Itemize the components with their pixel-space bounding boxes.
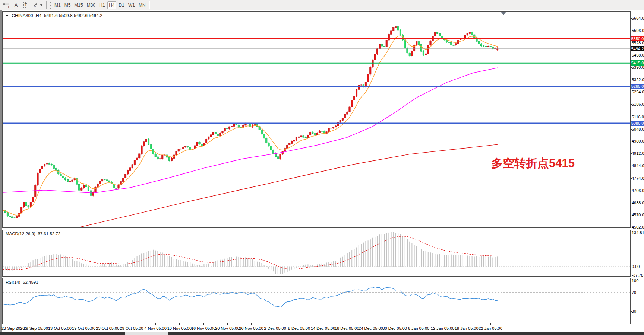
time-tick-mark bbox=[84, 323, 84, 325]
time-tick-mark bbox=[179, 323, 180, 325]
time-tick-label: 24 Dec 05:00 bbox=[359, 326, 383, 331]
rsi-tick-label: 70 bbox=[632, 290, 644, 295]
current-price-badge: 5494.2 bbox=[631, 46, 644, 51]
toolbar-separator bbox=[149, 1, 150, 9]
macd-tick-label: 0.00 bbox=[632, 264, 644, 269]
candlestick-plot[interactable] bbox=[3, 12, 630, 227]
time-tick-mark bbox=[60, 323, 60, 325]
time-tick-label: 19 Oct 05:00 bbox=[72, 326, 95, 331]
price-tick-label: 5186.0 bbox=[632, 102, 644, 107]
time-tick-label: 30 Dec 05:00 bbox=[382, 326, 407, 331]
timeframe-button-h1[interactable]: H1 bbox=[98, 1, 107, 9]
time-tick-label: 10 Nov 05:00 bbox=[167, 326, 192, 331]
price-tick-label: 5596.0 bbox=[632, 28, 644, 33]
price-tick-label: 4844.0 bbox=[632, 163, 644, 168]
hline-price-badge: 5550.0 bbox=[631, 36, 644, 41]
time-tick-label: 8 Dec 05:00 bbox=[288, 326, 310, 331]
macd-plot[interactable] bbox=[3, 230, 630, 276]
time-tick-mark bbox=[36, 323, 36, 325]
timeframe-button-m1[interactable]: M1 bbox=[53, 1, 62, 9]
price-tick-label: 5664.0 bbox=[632, 16, 644, 21]
price-tick-label: 5322.0 bbox=[632, 77, 644, 82]
time-tick-mark bbox=[299, 323, 299, 325]
toolbar: F A T M1M5M15M30H1H4D1W1MN bbox=[0, 0, 644, 10]
boxed-t-icon: T bbox=[23, 2, 28, 8]
time-tick-label: 29 Sep 05:00 bbox=[23, 326, 48, 331]
price-tick-label: 4570.0 bbox=[632, 212, 644, 217]
timeframe-button-w1[interactable]: W1 bbox=[127, 1, 136, 9]
time-tick-mark bbox=[251, 323, 252, 325]
window-frame-line bbox=[1, 10, 2, 335]
time-tick-label: 4 Nov 05:00 bbox=[145, 326, 167, 331]
symbol-period-label: CHINA300-,H4 bbox=[12, 13, 41, 18]
text-box-button[interactable]: T bbox=[21, 1, 30, 9]
time-tick-mark bbox=[275, 323, 275, 325]
macd-panel[interactable]: MACD(12,26,9) 37.31 52.72 bbox=[2, 230, 631, 277]
toolbar-drag-handle[interactable] bbox=[50, 2, 51, 9]
timeframe-button-m5[interactable]: M5 bbox=[63, 1, 72, 9]
indicator-grid-button[interactable]: F bbox=[1, 1, 11, 9]
time-tick-label: 18 Jan 05:00 bbox=[455, 326, 479, 331]
rsi-panel[interactable]: RSI(14) 52.4591 bbox=[2, 278, 631, 324]
rsi-tick-label: 30 bbox=[632, 309, 644, 314]
hline-price-badge: 5080.0 bbox=[631, 121, 644, 126]
time-tick-mark bbox=[347, 323, 347, 325]
price-tick-label: 5390.0 bbox=[632, 65, 644, 70]
chart-shift-marker-icon bbox=[501, 12, 506, 15]
time-tick-mark bbox=[203, 323, 204, 325]
macd-label: MACD(12,26,9) bbox=[6, 232, 35, 236]
price-tick-label: 5458.0 bbox=[632, 52, 644, 58]
mt4-window: F A T M1M5M15M30H1H4D1W1MN CHINA300-,H4 … bbox=[0, 0, 644, 335]
hline-price-badge: 5285.0 bbox=[631, 84, 644, 89]
main-chart-panel[interactable]: CHINA300-,H4 5491.6 5509.8 5482.6 5494.2 bbox=[2, 11, 631, 228]
time-tick-label: 26 Nov 05:00 bbox=[239, 326, 263, 331]
timeframe-button-h4[interactable]: H4 bbox=[107, 1, 116, 9]
grid-f-icon: F bbox=[3, 3, 9, 7]
price-tick-label: 5254.0 bbox=[632, 89, 644, 95]
window-frame-line bbox=[0, 10, 1, 335]
timeframe-button-m15[interactable]: M15 bbox=[73, 1, 84, 9]
horizontal-scrollbar[interactable] bbox=[0, 332, 644, 335]
timeframe-button-d1[interactable]: D1 bbox=[117, 1, 126, 9]
price-tick-label: 4706.0 bbox=[632, 188, 644, 193]
rsi-plot[interactable] bbox=[3, 278, 630, 324]
macd-tick-label: -37.78 bbox=[632, 272, 644, 278]
hline-price-badge: 5415.0 bbox=[631, 60, 644, 66]
price-tick-label: 4912.0 bbox=[632, 151, 644, 156]
time-tick-label: 12 Jan 05:00 bbox=[431, 326, 455, 331]
time-tick-label: 29 Oct 05:00 bbox=[120, 326, 143, 331]
time-tick-label: 22 Jan 05:00 bbox=[479, 326, 502, 331]
timeframe-button-mn[interactable]: MN bbox=[137, 1, 147, 9]
time-tick-mark bbox=[419, 323, 419, 325]
price-tick-label: 5116.0 bbox=[632, 114, 644, 119]
time-tick-label: 14 Dec 05:00 bbox=[311, 326, 335, 331]
price-tick-label: 4774.0 bbox=[632, 176, 644, 181]
time-tick-mark bbox=[12, 323, 12, 325]
chart-title: CHINA300-,H4 5491.6 5509.8 5482.6 5494.2 bbox=[6, 13, 102, 18]
time-tick-label: 13 Oct 05:00 bbox=[48, 326, 72, 331]
price-tick-label: 4980.0 bbox=[632, 138, 644, 144]
time-tick-mark bbox=[227, 323, 228, 325]
time-tick-label: 20 Nov 05:00 bbox=[215, 326, 239, 331]
rsi-value: 52.4591 bbox=[23, 280, 38, 284]
price-tick-label: 5048.0 bbox=[632, 127, 644, 132]
scrollbar-thumb[interactable] bbox=[168, 332, 644, 335]
price-tick-label: 4638.0 bbox=[632, 200, 644, 205]
timeframe-button-m30[interactable]: M30 bbox=[85, 1, 97, 9]
time-tick-mark bbox=[323, 323, 323, 325]
time-tick-mark bbox=[467, 323, 467, 325]
text-label-button[interactable]: A bbox=[12, 1, 20, 9]
letter-a-icon: A bbox=[15, 2, 18, 8]
macd-values: 37.31 52.72 bbox=[38, 232, 60, 236]
time-tick-mark bbox=[490, 323, 491, 325]
price-tick-label: 4502.0 bbox=[632, 224, 644, 230]
time-tick-mark bbox=[371, 323, 371, 325]
collapse-triangle-icon bbox=[6, 15, 9, 17]
time-tick-label: 18 Dec 05:00 bbox=[335, 326, 359, 331]
time-tick-label: 6 Jan 05:00 bbox=[408, 326, 430, 331]
scrollbar-thumb[interactable] bbox=[0, 332, 125, 335]
time-tick-label: 23 Sep 2020 bbox=[1, 326, 25, 331]
time-tick-label: 16 Nov 05:00 bbox=[191, 326, 215, 331]
style-switch-button[interactable] bbox=[31, 1, 44, 9]
chart-annotation: 多空转折点5415 bbox=[491, 156, 575, 171]
